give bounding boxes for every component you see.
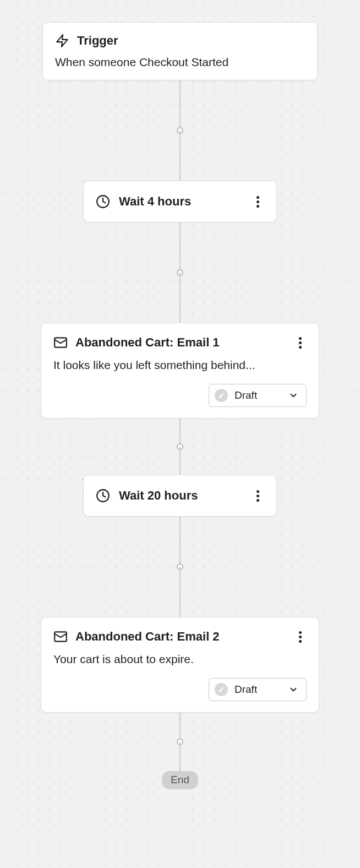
trigger-card[interactable]: Trigger When someone Checkout Started	[42, 22, 318, 80]
email-title: Abandoned Cart: Email 1	[75, 335, 286, 350]
connector	[179, 223, 181, 273]
trigger-title: Trigger	[77, 34, 118, 48]
status-dropdown[interactable]: Draft	[209, 384, 307, 407]
connector	[179, 713, 181, 742]
clock-icon	[96, 489, 110, 503]
connector	[179, 742, 181, 771]
status-label: Draft	[234, 683, 282, 696]
wait-label: Wait 20 hours	[119, 489, 242, 503]
email-icon	[53, 335, 68, 350]
connector	[179, 419, 181, 447]
clock-icon	[96, 194, 110, 209]
email-title: Abandoned Cart: Email 2	[75, 630, 286, 644]
chevron-down-icon	[288, 390, 298, 400]
lightning-icon	[55, 34, 69, 48]
connector	[179, 447, 181, 475]
connector	[179, 517, 181, 567]
more-options-button[interactable]	[293, 630, 307, 643]
email-description: It looks like you left something behind.…	[53, 359, 307, 372]
flow-canvas[interactable]: Trigger When someone Checkout Started Wa…	[0, 0, 360, 868]
email-footer: Draft	[53, 384, 307, 407]
pencil-icon	[215, 389, 228, 402]
status-label: Draft	[234, 389, 282, 402]
pencil-icon	[215, 683, 228, 696]
chevron-down-icon	[288, 685, 298, 695]
email-description: Your cart is about to expire.	[53, 653, 307, 666]
more-options-button[interactable]	[251, 195, 264, 208]
email-footer: Draft	[53, 678, 307, 701]
email-card[interactable]: Abandoned Cart: Email 1 It looks like yo…	[41, 323, 319, 419]
email-card[interactable]: Abandoned Cart: Email 2 Your cart is abo…	[41, 617, 319, 713]
status-dropdown[interactable]: Draft	[209, 678, 307, 701]
more-options-button[interactable]	[293, 336, 307, 349]
trigger-description: When someone Checkout Started	[55, 56, 305, 69]
connector	[179, 80, 181, 131]
connector	[179, 131, 181, 181]
wait-card[interactable]: Wait 4 hours	[83, 181, 277, 223]
email-icon	[53, 630, 68, 644]
more-options-button[interactable]	[251, 489, 264, 502]
trigger-header: Trigger	[55, 34, 305, 48]
svg-marker-0	[57, 35, 68, 47]
connector	[179, 567, 181, 617]
wait-label: Wait 4 hours	[119, 194, 242, 209]
end-node: End	[162, 771, 198, 789]
email-header: Abandoned Cart: Email 2	[53, 630, 307, 644]
wait-card[interactable]: Wait 20 hours	[83, 475, 277, 517]
email-header: Abandoned Cart: Email 1	[53, 335, 307, 350]
connector	[179, 273, 181, 323]
